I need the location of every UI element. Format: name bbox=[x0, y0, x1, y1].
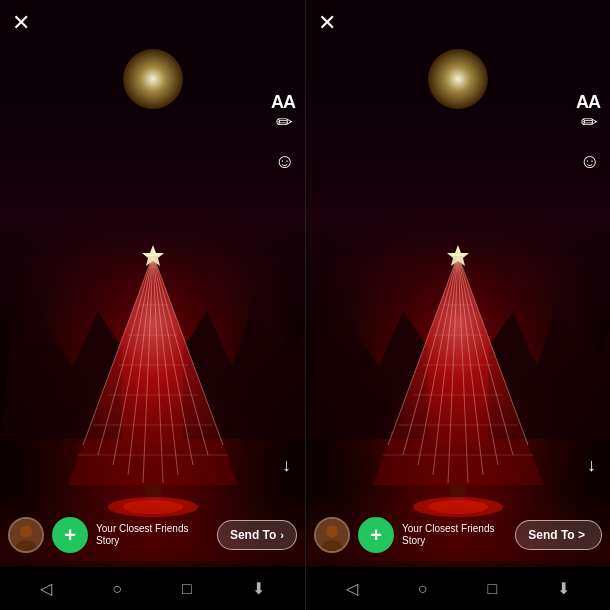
nav-bar-right: ◁ ○ □ ⬇ bbox=[306, 567, 610, 610]
tree-svg-right bbox=[358, 245, 558, 525]
svg-marker-24 bbox=[373, 255, 543, 485]
star-glow bbox=[123, 49, 183, 109]
close-button-right[interactable]: ✕ bbox=[318, 12, 336, 34]
side-icons-left: ✏ ☺ bbox=[275, 110, 295, 173]
friends-label-right: Your Closest Friends Story bbox=[402, 523, 507, 547]
emoji-icon-left[interactable]: ☺ bbox=[275, 150, 295, 173]
side-icons-right: ✏ ☺ bbox=[580, 110, 600, 173]
plus-button-right[interactable]: + bbox=[358, 517, 394, 553]
send-to-arrow-left: › bbox=[280, 529, 284, 541]
nav-menu-left[interactable]: ⬇ bbox=[252, 579, 265, 598]
left-panel: ✕ AA ✏ ☺ ↓ + Your Closest Friends Story … bbox=[0, 0, 305, 610]
plus-button-left[interactable]: + bbox=[52, 517, 88, 553]
avatar-right[interactable] bbox=[314, 517, 350, 553]
friends-label-left: Your Closest Friends Story bbox=[96, 523, 209, 547]
bottom-toolbar-left: + Your Closest Friends Story Send To › bbox=[0, 509, 305, 561]
nav-back-left[interactable]: ◁ bbox=[40, 579, 52, 598]
nav-menu-right[interactable]: ⬇ bbox=[557, 579, 570, 598]
bottom-toolbar-right: + Your Closest Friends Story Send To > bbox=[306, 509, 610, 561]
nav-recent-right[interactable]: □ bbox=[487, 580, 497, 598]
screen-container: ✕ AA ✏ ☺ ↓ + Your Closest Friends Story … bbox=[0, 0, 610, 610]
send-to-button-left[interactable]: Send To › bbox=[217, 520, 297, 550]
avatar-left[interactable] bbox=[8, 517, 44, 553]
svg-point-22 bbox=[20, 525, 32, 537]
download-icon-left[interactable]: ↓ bbox=[282, 455, 291, 476]
send-to-label-left: Send To bbox=[230, 528, 276, 542]
nav-back-right[interactable]: ◁ bbox=[346, 579, 358, 598]
emoji-icon-right[interactable]: ☺ bbox=[580, 150, 600, 173]
nav-bar-left: ◁ ○ □ ⬇ bbox=[0, 567, 305, 610]
pencil-icon-right[interactable]: ✏ bbox=[581, 110, 598, 134]
tree-svg-left bbox=[53, 245, 253, 525]
star-glow-right bbox=[428, 49, 488, 109]
nav-recent-left[interactable]: □ bbox=[182, 580, 192, 598]
svg-marker-0 bbox=[68, 255, 238, 485]
svg-point-46 bbox=[326, 525, 338, 537]
download-icon-right[interactable]: ↓ bbox=[587, 455, 596, 476]
send-to-label-right: Send To > bbox=[528, 528, 585, 542]
nav-home-left[interactable]: ○ bbox=[112, 580, 122, 598]
send-to-button-right[interactable]: Send To > bbox=[515, 520, 602, 550]
right-panel: ✕ AA ✏ ☺ ↓ + Your Closest Friends Story … bbox=[305, 0, 610, 610]
nav-home-right[interactable]: ○ bbox=[418, 580, 428, 598]
close-button-left[interactable]: ✕ bbox=[12, 12, 30, 34]
pencil-icon-left[interactable]: ✏ bbox=[276, 110, 293, 134]
